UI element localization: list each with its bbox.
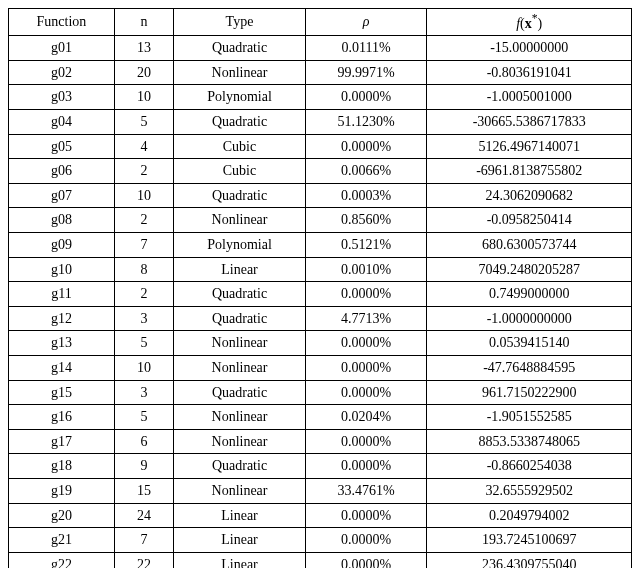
cell-function: g07 — [9, 183, 115, 208]
cell-function: g16 — [9, 405, 115, 430]
cell-rho: 0.0000% — [305, 331, 426, 356]
cell-n: 20 — [114, 60, 173, 85]
cell-fx: -1.0005001000 — [427, 85, 632, 110]
cell-function: g21 — [9, 528, 115, 553]
cell-n: 6 — [114, 429, 173, 454]
cell-function: g14 — [9, 355, 115, 380]
cell-function: g19 — [9, 478, 115, 503]
cell-n: 22 — [114, 552, 173, 568]
cell-function: g03 — [9, 85, 115, 110]
cell-type: Polynomial — [174, 85, 306, 110]
table-row: g0310Polynomial0.0000%-1.0005001000 — [9, 85, 632, 110]
header-n: n — [114, 9, 173, 36]
cell-rho: 0.0000% — [305, 85, 426, 110]
table-row: g217Linear0.0000%193.7245100697 — [9, 528, 632, 553]
table-row: g1410Nonlinear0.0000%-47.7648884595 — [9, 355, 632, 380]
cell-rho: 0.0204% — [305, 405, 426, 430]
cell-rho: 0.0111% — [305, 36, 426, 61]
table-row: g135Nonlinear0.0000%0.0539415140 — [9, 331, 632, 356]
fx-star: * — [532, 12, 538, 25]
header-type: Type — [174, 9, 306, 36]
cell-fx: -47.7648884595 — [427, 355, 632, 380]
cell-type: Nonlinear — [174, 429, 306, 454]
cell-type: Cubic — [174, 134, 306, 159]
cell-n: 3 — [114, 306, 173, 331]
cell-type: Quadratic — [174, 380, 306, 405]
cell-type: Quadratic — [174, 306, 306, 331]
cell-fx: 32.6555929502 — [427, 478, 632, 503]
cell-rho: 0.0000% — [305, 552, 426, 568]
cell-rho: 0.0000% — [305, 282, 426, 307]
cell-fx: -15.00000000 — [427, 36, 632, 61]
cell-rho: 99.9971% — [305, 60, 426, 85]
cell-type: Linear — [174, 528, 306, 553]
cell-function: g08 — [9, 208, 115, 233]
cell-type: Nonlinear — [174, 355, 306, 380]
cell-fx: 0.0539415140 — [427, 331, 632, 356]
cell-type: Nonlinear — [174, 405, 306, 430]
cell-function: g06 — [9, 159, 115, 184]
cell-n: 3 — [114, 380, 173, 405]
cell-fx: 680.6300573744 — [427, 233, 632, 258]
table-row: g0113Quadratic0.0111%-15.00000000 — [9, 36, 632, 61]
cell-fx: 236.4309755040 — [427, 552, 632, 568]
cell-function: g01 — [9, 36, 115, 61]
cell-function: g15 — [9, 380, 115, 405]
table-row: g165Nonlinear0.0204%-1.9051552585 — [9, 405, 632, 430]
cell-fx: -0.8036191041 — [427, 60, 632, 85]
cell-type: Linear — [174, 503, 306, 528]
cell-type: Quadratic — [174, 36, 306, 61]
cell-function: g20 — [9, 503, 115, 528]
cell-rho: 0.0003% — [305, 183, 426, 208]
cell-type: Quadratic — [174, 282, 306, 307]
header-rho: ρ — [305, 9, 426, 36]
cell-function: g22 — [9, 552, 115, 568]
table-row: g0220Nonlinear99.9971%-0.8036191041 — [9, 60, 632, 85]
cell-rho: 0.0000% — [305, 454, 426, 479]
cell-rho: 0.0000% — [305, 429, 426, 454]
cell-n: 10 — [114, 85, 173, 110]
table-row: g153Quadratic0.0000%961.7150222900 — [9, 380, 632, 405]
cell-rho: 0.0000% — [305, 380, 426, 405]
cell-fx: 961.7150222900 — [427, 380, 632, 405]
header-function: Function — [9, 9, 115, 36]
cell-function: g18 — [9, 454, 115, 479]
cell-type: Quadratic — [174, 110, 306, 135]
cell-fx: -1.9051552585 — [427, 405, 632, 430]
cell-fx: 7049.2480205287 — [427, 257, 632, 282]
cell-function: g11 — [9, 282, 115, 307]
table-row: g112Quadratic0.0000%0.7499000000 — [9, 282, 632, 307]
table-row: g189Quadratic0.0000%-0.8660254038 — [9, 454, 632, 479]
cell-type: Cubic — [174, 159, 306, 184]
cell-function: g05 — [9, 134, 115, 159]
cell-type: Nonlinear — [174, 331, 306, 356]
cell-n: 10 — [114, 355, 173, 380]
cell-n: 7 — [114, 528, 173, 553]
cell-n: 2 — [114, 208, 173, 233]
cell-rho: 0.0000% — [305, 134, 426, 159]
cell-type: Quadratic — [174, 454, 306, 479]
table-row: g045Quadratic51.1230%-30665.5386717833 — [9, 110, 632, 135]
cell-rho: 0.0000% — [305, 503, 426, 528]
cell-n: 5 — [114, 110, 173, 135]
cell-fx: 24.3062090682 — [427, 183, 632, 208]
cell-type: Nonlinear — [174, 478, 306, 503]
cell-fx: -0.8660254038 — [427, 454, 632, 479]
table-row: g108Linear0.0010%7049.2480205287 — [9, 257, 632, 282]
cell-fx: -30665.5386717833 — [427, 110, 632, 135]
cell-fx: -0.0958250414 — [427, 208, 632, 233]
table-header-row: Function n Type ρ f(x*) — [9, 9, 632, 36]
cell-type: Linear — [174, 257, 306, 282]
table-row: g2222Linear0.0000%236.4309755040 — [9, 552, 632, 568]
benchmark-functions-table: Function n Type ρ f(x*) g0113Quadratic0.… — [8, 8, 632, 568]
cell-n: 7 — [114, 233, 173, 258]
cell-n: 5 — [114, 405, 173, 430]
cell-fx: -1.0000000000 — [427, 306, 632, 331]
table-row: g062Cubic0.0066%-6961.8138755802 — [9, 159, 632, 184]
cell-function: g17 — [9, 429, 115, 454]
rho-symbol: ρ — [363, 14, 370, 29]
cell-n: 4 — [114, 134, 173, 159]
header-fx: f(x*) — [427, 9, 632, 36]
cell-n: 5 — [114, 331, 173, 356]
table-row: g1915Nonlinear33.4761%32.6555929502 — [9, 478, 632, 503]
